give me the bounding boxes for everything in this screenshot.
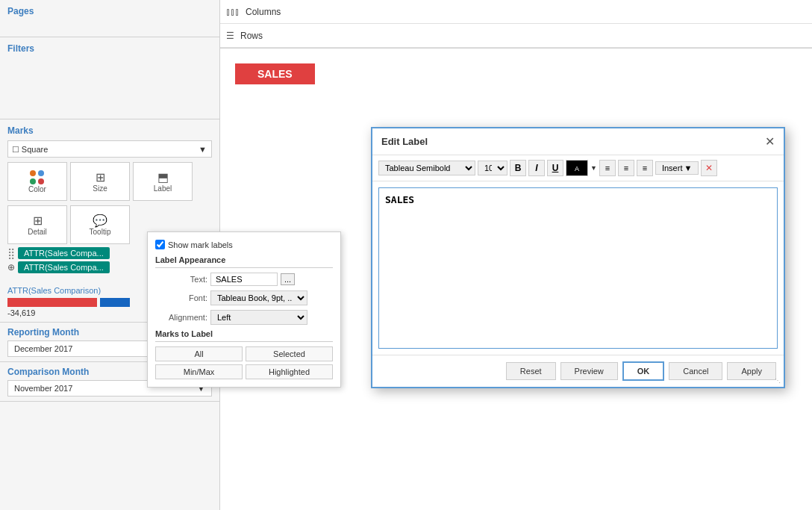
font-select[interactable]: Tableau Book, 9pt, ... <box>210 290 307 305</box>
align-center-icon: ≡ <box>624 164 628 172</box>
insert-button[interactable]: Insert ▼ <box>655 161 699 175</box>
dialog-title: Edit Label <box>381 136 428 147</box>
attr-prefix-2: ⊕ <box>7 262 15 273</box>
color-chevron[interactable]: ▼ <box>590 164 597 172</box>
marks-type-dropdown[interactable]: □ Square ▼ <box>7 140 212 158</box>
align-right-icon: ≡ <box>643 164 647 172</box>
attr-pill-1[interactable]: ATTR(Sales Compa... <box>18 247 110 259</box>
align-left-button[interactable]: ≡ <box>599 160 616 176</box>
pages-label: Pages <box>7 6 212 16</box>
attr-prefix-1: ⣿ <box>7 247 15 259</box>
text-edit-button[interactable]: ... <box>281 273 295 285</box>
comparison-month-value: November 2017 <box>14 384 72 393</box>
resize-icon: ⋱ <box>775 378 784 384</box>
attr-pill-2[interactable]: ATTR(Sales Compa... <box>18 261 110 273</box>
sales-badge: SALES <box>235 63 315 84</box>
sales-badge-container: SALES <box>220 49 812 99</box>
show-mark-labels-check[interactable]: Show mark labels <box>155 240 233 249</box>
detail-button[interactable]: ⊞ Detail <box>7 205 67 244</box>
color-picker-label: A <box>575 165 579 172</box>
dialog-toolbar: Tableau Semibold 10 B I U A ▼ ≡ ≡ ≡ Inse… <box>372 155 784 181</box>
popup-header: Show mark labels <box>155 240 333 249</box>
label-button[interactable]: ⬒ Label <box>133 162 193 201</box>
filters-section: Filters <box>0 37 219 119</box>
font-label: Font: <box>155 293 207 302</box>
reset-button[interactable]: Reset <box>506 362 556 380</box>
italic-button[interactable]: I <box>528 160 545 176</box>
clear-button[interactable]: ✕ <box>701 160 717 176</box>
bar-red <box>7 298 97 307</box>
text-label: Text: <box>155 275 207 284</box>
columns-icon: ⫿⫿⫿ <box>226 7 240 17</box>
marks-buttons-row1: Color ⊞ Size ⬒ Label <box>7 162 212 201</box>
bar-blue <box>100 298 130 307</box>
align-right-button[interactable]: ≡ <box>637 160 653 176</box>
filters-label: Filters <box>7 43 212 54</box>
square-icon: □ <box>13 143 19 155</box>
tooltip-label: Tooltip <box>90 228 111 236</box>
resize-handle[interactable]: ⋱ <box>775 378 784 387</box>
alignment-label: Alignment: <box>155 313 207 322</box>
detail-label: Detail <box>28 228 47 236</box>
selected-option[interactable]: Selected <box>246 346 333 361</box>
dialog-footer: Reset Preview OK Cancel Apply <box>372 355 784 387</box>
reporting-month-value: December 2017 <box>14 344 72 353</box>
font-dropdown[interactable]: Tableau Semibold <box>378 161 475 175</box>
cancel-button[interactable]: Cancel <box>669 362 722 380</box>
size-label: Size <box>93 184 107 193</box>
rows-label: Rows <box>240 31 263 41</box>
insert-chevron: ▼ <box>684 164 692 172</box>
font-row: Font: Tableau Book, 9pt, ... <box>155 290 333 305</box>
highlighted-option[interactable]: Highlighted <box>246 364 333 379</box>
color-bar <box>566 172 587 175</box>
insert-label: Insert <box>662 164 683 172</box>
label-icon: ⬒ <box>157 170 169 184</box>
label-appearance-popup: Show mark labels Label Appearance Text: … <box>147 231 341 388</box>
all-option[interactable]: All <box>155 346 243 361</box>
label-appearance-title: Label Appearance <box>155 255 333 268</box>
tooltip-button[interactable]: 💬 Tooltip <box>70 205 130 244</box>
text-editor[interactable]: SALES <box>378 187 778 349</box>
canvas-header: ⫿⫿⫿ Columns ☰ Rows <box>220 0 812 49</box>
columns-label: Columns <box>246 7 281 17</box>
show-mark-labels-label: Show mark labels <box>168 240 233 249</box>
label-label: Label <box>154 184 172 193</box>
chevron-down-icon: ▼ <box>199 145 207 154</box>
ok-button[interactable]: OK <box>622 361 665 381</box>
rows-row: ☰ Rows <box>220 24 812 48</box>
underline-button[interactable]: U <box>547 160 563 176</box>
color-label: Color <box>28 185 46 193</box>
marks-type-label: Square <box>22 145 48 154</box>
dialog-titlebar: Edit Label ✕ <box>372 128 784 155</box>
apply-button[interactable]: Apply <box>727 362 776 380</box>
size-dropdown[interactable]: 10 <box>478 161 508 175</box>
minmax-option[interactable]: Min/Max <box>155 364 243 379</box>
detail-icon: ⊞ <box>33 214 43 228</box>
show-mark-labels-checkbox[interactable] <box>155 240 165 249</box>
marks-grid: All Selected Min/Max Highlighted <box>155 346 333 379</box>
align-left-icon: ≡ <box>605 164 610 172</box>
color-button[interactable]: Color <box>7 162 67 201</box>
tooltip-icon: 💬 <box>93 214 107 228</box>
color-picker-button[interactable]: A <box>566 160 588 176</box>
dialog-close-button[interactable]: ✕ <box>765 134 775 149</box>
color-icon <box>30 170 45 185</box>
align-center-button[interactable]: ≡ <box>618 160 634 176</box>
bold-button[interactable]: B <box>510 160 526 176</box>
edit-label-dialog: Edit Label ✕ Tableau Semibold 10 B I U A… <box>371 127 785 388</box>
text-row: Text: ... <box>155 273 333 286</box>
text-input[interactable] <box>210 273 278 286</box>
size-icon: ⊞ <box>96 170 105 184</box>
dialog-content: SALES <box>372 181 784 355</box>
marks-to-label-section: Marks to Label All Selected Min/Max High… <box>155 329 333 379</box>
rows-icon: ☰ <box>226 31 234 41</box>
columns-row: ⫿⫿⫿ Columns <box>220 0 812 24</box>
size-button[interactable]: ⊞ Size <box>70 162 130 201</box>
marks-to-label-title: Marks to Label <box>155 329 333 342</box>
alignment-row: Alignment: Left <box>155 310 333 325</box>
pages-section: Pages <box>0 0 219 37</box>
marks-label: Marks <box>7 125 212 136</box>
preview-button[interactable]: Preview <box>560 362 618 380</box>
alignment-select[interactable]: Left <box>210 310 307 325</box>
